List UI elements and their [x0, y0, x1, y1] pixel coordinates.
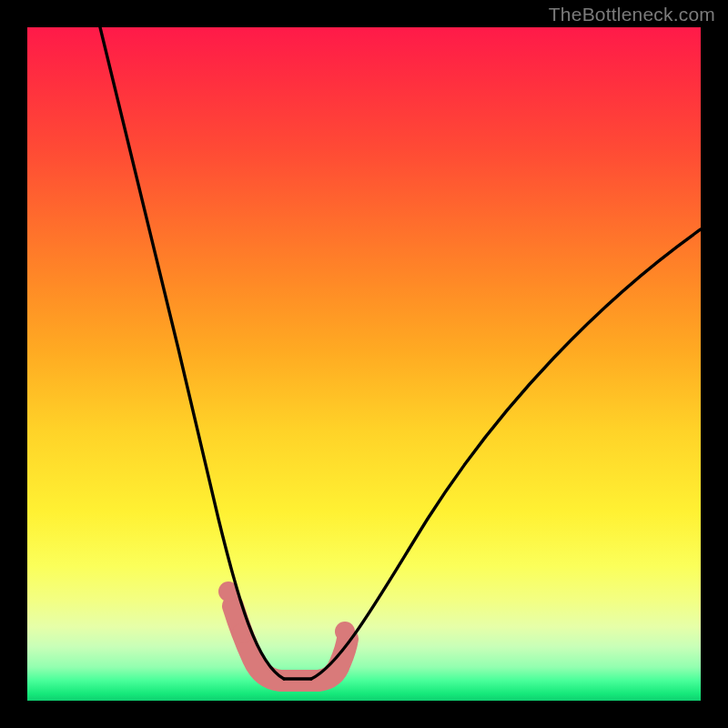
right-curve	[311, 229, 701, 679]
bottleneck-curves	[27, 27, 701, 701]
plot-frame	[27, 27, 701, 701]
left-curve	[100, 27, 284, 679]
watermark-text: TheBottleneck.com	[549, 4, 715, 25]
trough-highlight	[233, 606, 348, 681]
